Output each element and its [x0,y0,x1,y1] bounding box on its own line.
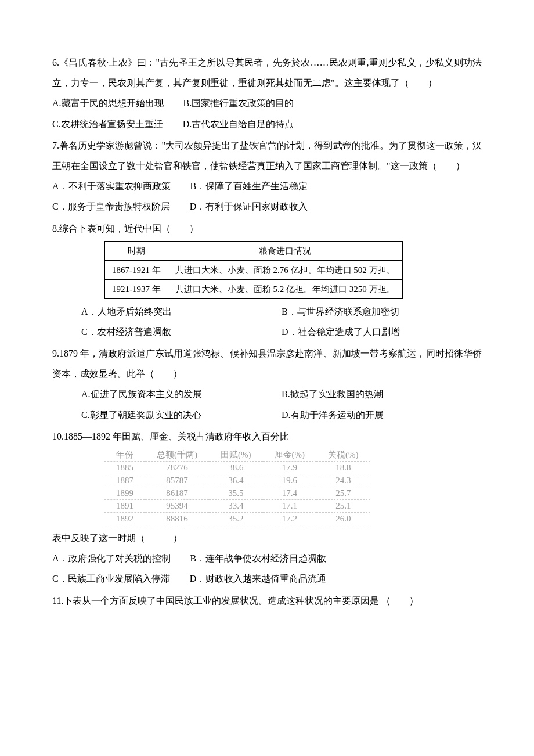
q10-h4: 关税(%) [316,449,370,462]
q10-h2: 田赋(%) [209,449,263,462]
q7-option-b[interactable]: B．保障了百姓生产生活稳定 [190,176,308,196]
table-row: 1887 85787 36.4 19.6 24.3 [104,474,370,487]
table-row: 1867-1921 年 共进口大米、小麦、面粉 2.76 亿担。年均进口 502… [105,260,403,279]
q9-option-b[interactable]: B.掀起了实业救国的热潮 [282,384,482,404]
question-10-tail: 表中反映了这一时期（ ） [52,528,482,548]
question-6-text: 6.《昌氏春秋·上农》曰："古先圣王之所以导其民者，先务於农……民农则重,重则少… [52,52,482,93]
table-row: 1921-1937 年 共进口大米、小麦、面粉 5.2 亿担。年均进口 3250… [105,279,403,298]
q9-option-d[interactable]: D.有助于洋务运动的开展 [282,405,482,425]
question-7-text: 7.著名历史学家游彪曾说："大司农颜异提出了盐铁官营的计划，得到武帝的批准。为了… [52,135,482,176]
q10-option-c[interactable]: C．民族工商业发展陷入停滞 [52,568,170,589]
q7-option-d[interactable]: D．有利于保证国家财政收入 [190,196,308,217]
q10-option-d[interactable]: D．财政收入越来越倚重商品流通 [190,568,327,589]
q9-option-a[interactable]: A.促进了民族资本主义的发展 [52,384,282,404]
q8-option-d[interactable]: D．社会稳定造成了人口剧增 [282,322,482,342]
q10-option-b[interactable]: B．连年战争使农村经济日趋凋敝 [190,548,327,568]
question-11: 11.下表从一个方面反映了中国民族工业的发展状况。造成这种状况的主要原因是 （ … [52,591,482,611]
cell: 25.1 [316,500,370,513]
question-11-text: 11.下表从一个方面反映了中国民族工业的发展状况。造成这种状况的主要原因是 （ … [52,591,482,611]
cell: 19.6 [263,474,317,487]
table-row: 1885 78276 38.6 17.9 18.8 [104,462,370,474]
question-9: 9.1879 年，清政府派遣广东试用道张鸿禄、候补知县温宗彦赴南洋、新加坡一带考… [52,343,482,425]
cell: 17.4 [263,487,317,500]
q6-option-a[interactable]: A.藏富于民的思想开始出现 [52,93,164,113]
question-8: 8.综合下表可知，近代中国（ ） 时期 粮食进口情况 1867-1921 年 共… [52,218,482,343]
q9-option-c[interactable]: C.彰显了朝廷奖励实业的决心 [52,405,282,425]
cell: 33.4 [209,500,263,513]
q6-option-b[interactable]: B.国家推行重农政策的目的 [183,93,294,113]
cell: 1892 [104,513,145,525]
q10-h3: 厘金(%) [263,449,317,462]
q8-option-b[interactable]: B．与世界经济联系愈加密切 [282,301,482,322]
question-10: 10.1885—1892 年田赋、厘金、关税占清政府年收入百分比 年份 总额(千… [52,426,482,589]
q8-r1c2: 共进口大米、小麦、面粉 2.76 亿担。年均进口 502 万担。 [168,260,402,279]
table-row: 时期 粮食进口情况 [105,241,403,260]
cell: 95394 [145,500,209,513]
cell: 24.3 [316,474,370,487]
q10-option-a[interactable]: A．政府强化了对关税的控制 [52,548,171,568]
question-8-text: 8.综合下表可知，近代中国（ ） [52,218,482,239]
cell: 1891 [104,500,145,513]
q8-th-import: 粮食进口情况 [168,241,402,260]
cell: 26.0 [316,513,370,525]
table-row: 1899 86187 35.5 17.4 25.7 [104,487,370,500]
q10-table: 年份 总额(千两) 田赋(%) 厘金(%) 关税(%) 1885 78276 3… [104,449,370,525]
table-row: 年份 总额(千两) 田赋(%) 厘金(%) 关税(%) [104,449,370,462]
q8-th-period: 时期 [105,241,168,260]
question-10-text: 10.1885—1892 年田赋、厘金、关税占清政府年收入百分比 [52,426,482,447]
cell: 1887 [104,474,145,487]
q8-r1c1: 1867-1921 年 [105,260,168,279]
cell: 17.2 [263,513,317,525]
cell: 17.9 [263,462,317,474]
question-6: 6.《昌氏春秋·上农》曰："古先圣王之所以导其民者，先务於农……民农则重,重则少… [52,52,482,134]
cell: 25.7 [316,487,370,500]
cell: 38.6 [209,462,263,474]
question-7: 7.著名历史学家游彪曾说："大司农颜异提出了盐铁官营的计划，得到武帝的批准。为了… [52,135,482,217]
cell: 35.2 [209,513,263,525]
q8-r2c1: 1921-1937 年 [105,279,168,298]
cell: 17.1 [263,500,317,513]
cell: 1885 [104,462,145,474]
q8-option-a[interactable]: A．人地矛盾始终突出 [52,301,282,322]
q7-option-c[interactable]: C．服务于皇帝贵族特权阶层 [52,196,170,217]
cell: 1899 [104,487,145,500]
q8-r2c2: 共进口大米、小麦、面粉 5.2 亿担。年均进口 3250 万担。 [168,279,402,298]
cell: 78276 [145,462,209,474]
question-9-text: 9.1879 年，清政府派遣广东试用道张鸿禄、候补知县温宗彦赴南洋、新加坡一带考… [52,343,482,384]
q10-h0: 年份 [104,449,145,462]
cell: 35.5 [209,487,263,500]
q6-option-d[interactable]: D.古代农业自给自足的特点 [183,114,294,134]
cell: 88816 [145,513,209,525]
q6-option-c[interactable]: C.农耕统治者宣扬安土重迁 [52,114,163,134]
cell: 18.8 [316,462,370,474]
q7-option-a[interactable]: A．不利于落实重农抑商政策 [52,176,171,196]
cell: 85787 [145,474,209,487]
table-row: 1891 95394 33.4 17.1 25.1 [104,500,370,513]
q10-h1: 总额(千两) [145,449,209,462]
cell: 86187 [145,487,209,500]
cell: 36.4 [209,474,263,487]
q8-table: 时期 粮食进口情况 1867-1921 年 共进口大米、小麦、面粉 2.76 亿… [104,241,403,299]
table-row: 1892 88816 35.2 17.2 26.0 [104,513,370,525]
q8-option-c[interactable]: C．农村经济普遍凋敝 [52,322,282,342]
